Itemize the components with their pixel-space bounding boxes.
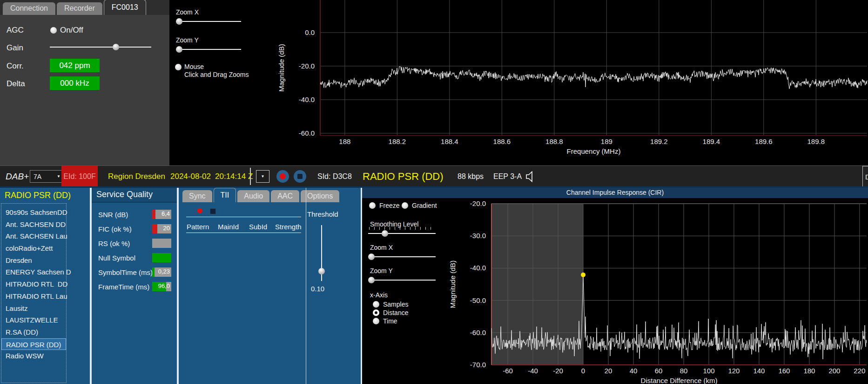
tab-options[interactable]: Options [301,190,339,202]
slider-thumb[interactable] [318,268,325,274]
slider-thumb[interactable] [113,44,119,50]
x-axis-option-time[interactable]: Time [373,317,397,325]
service-quality-title: Service Quality [96,190,153,199]
delta-label: Delta [7,79,25,89]
spectrum-plot[interactable]: 0.0-20.0-40.0-60.0188188.2188.4188.6188.… [261,0,868,165]
quality-bar-segment [152,210,155,219]
service-list-item[interactable]: 90s90s SachsenDD [1,206,66,219]
threshold-value: 0.10 [311,285,324,293]
service-list-item[interactable]: Dresden [1,254,66,267]
service-list-item[interactable]: ENERGY Sachsen D [1,266,66,278]
x-tick-label: 120 [728,367,740,375]
x-tick-label: 188.8 [545,137,563,145]
quality-row: FIC (ok %)20 [92,225,177,235]
quality-bar: 96,0 [152,282,171,291]
service-list-item[interactable]: Radio WSW [1,350,66,362]
channel-select[interactable]: 7A▼ [30,171,64,182]
spectrum-zoom-x-slider[interactable] [176,18,241,25]
service-list-item[interactable]: Ant. SACHSEN Lau [1,230,66,242]
service-list-item[interactable]: Ant. SACHSEN DD [1,219,66,231]
radio-icon[interactable] [373,318,379,324]
x-axis-option-distance[interactable]: Distance [373,309,408,316]
tab-fc0013[interactable]: FC0013 [104,0,146,15]
tii-stop-icon[interactable] [210,208,216,214]
quality-bar-segment [152,239,171,248]
tab-tii[interactable]: TII [214,188,236,202]
cir-zoom-y-slider[interactable] [368,276,436,284]
slider-thumb[interactable] [368,254,375,260]
tab-audio[interactable]: Audio [237,190,269,202]
service-list-item[interactable]: R.SA (DD) [1,326,66,338]
status-bar: DAB+ 7A▼ EId: 100F Region Dresden 2024-0… [0,165,868,187]
slider-thumb[interactable] [368,277,375,283]
speaker-icon [525,171,537,183]
service-list-item[interactable]: HITRADIO RTL Lau [1,290,66,302]
cir-zoom-x-slider[interactable] [368,253,436,261]
stop-button[interactable] [294,170,306,183]
x-tick-label: 160 [778,367,790,375]
x-tick-label: 80 [680,367,688,375]
gain-slider[interactable] [50,43,151,51]
tab-sync[interactable]: Sync [182,190,212,202]
statusbar-separator [250,168,251,185]
quality-bar: 0,23 [152,267,171,277]
y-tick-label: 0.0 [305,28,315,36]
service-list-item[interactable]: coloRadio+Zett [1,242,66,254]
quality-row: SNR (dB)6,4 [92,211,177,221]
service-list-item[interactable]: RADIO PSR (DD) [1,338,66,350]
quality-bar: 20 [152,224,171,233]
slider-thumb[interactable] [176,18,182,25]
sid-label: SId: D3C8 [317,166,352,187]
tab-recorder[interactable]: Recorder [57,2,102,15]
dropdown-button[interactable]: ▼ [256,171,269,182]
freeze-control[interactable]: Freeze [369,202,400,209]
threshold-slider[interactable] [318,225,325,281]
quality-value: 20 [163,225,170,232]
mouse-zoom-radio[interactable] [175,64,182,70]
tii-record-icon[interactable] [197,208,202,213]
threshold-label: Threshold [307,210,338,218]
quality-label: RS (ok %) [98,240,130,247]
overflow-button[interactable]: Da [862,166,868,187]
service-list-item[interactable]: HITRADIO RTL DD [1,278,66,290]
x-axis-option-samples[interactable]: Samples [373,301,408,308]
agc-option-label: On/Off [60,26,83,35]
mouse-zoom-sublabel: Click and Drag Zooms [184,71,249,78]
slider-thumb[interactable] [382,230,388,237]
time-label: 20:14:14 Z [215,166,253,187]
y-tick-label: -50.0 [470,296,486,304]
record-button[interactable] [276,170,289,183]
agc-radio[interactable] [50,27,57,34]
gradient-radio[interactable] [402,202,408,209]
cir-svg: -20.0-30.0-40.0-50.0-60.0-70.0-60-40-200… [440,197,868,384]
slider-thumb[interactable] [176,46,182,53]
y-tick-label: -40.0 [299,96,315,103]
gradient-control[interactable]: Gradient [402,202,437,209]
service-list-item[interactable]: Lausitz [1,302,66,315]
freeze-radio[interactable] [369,202,376,209]
radio-icon[interactable] [373,301,379,308]
tab-aac[interactable]: AAC [271,190,299,202]
date-label: 2024-08-02 [170,166,211,187]
quality-row: RS (ok %) [92,240,177,250]
region-label: Region Dresden [108,166,165,187]
smoothing-slider[interactable] [368,230,436,237]
quality-value: 96,0 [158,282,170,289]
service-list-item[interactable]: LAUSITZWELLE [1,314,66,326]
bitrate-label: 88 kbps [458,166,484,187]
tii-vertical-separator [306,188,306,384]
cir-plot[interactable]: -20.0-30.0-40.0-50.0-60.0-70.0-60-40-200… [440,197,868,384]
chevron-down-icon: ▼ [57,174,61,178]
quality-label: FIC (ok %) [98,225,132,233]
spectrum-zoom-y-label: Zoom Y [176,36,199,44]
tii-tab-bar: SyncTIIAudioAACOptions [182,188,341,202]
peak-marker [581,273,585,277]
tuner-panel [0,15,169,165]
speaker-button[interactable] [525,166,537,187]
freeze-label: Freeze [379,202,400,209]
spectrum-zoom-y-slider[interactable] [176,46,241,53]
radio-icon[interactable] [373,309,379,316]
tii-header-underline [186,233,301,233]
tab-connection[interactable]: Connection [3,2,55,15]
corr-label: Corr. [7,62,24,71]
